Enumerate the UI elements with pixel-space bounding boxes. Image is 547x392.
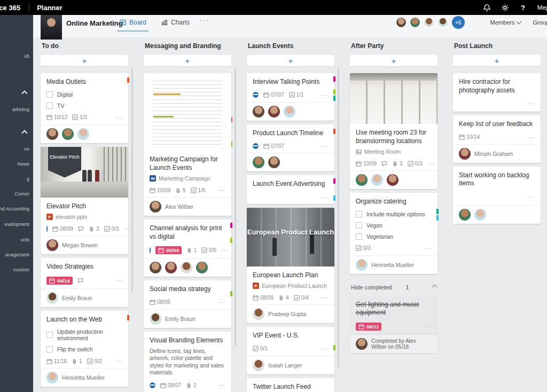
add-task-button[interactable]: + <box>41 55 128 66</box>
card-menu[interactable]: ··· <box>321 294 329 301</box>
task-card[interactable]: Organize catering Include multiple optio… <box>350 193 437 274</box>
checklist-item[interactable]: TV <box>46 103 122 109</box>
avatar[interactable] <box>150 313 161 325</box>
tab-board[interactable]: Board <box>120 19 146 26</box>
card-menu[interactable]: ··· <box>321 346 329 352</box>
checklist-item[interactable]: Vegan <box>356 222 432 229</box>
task-card[interactable]: VIP Event - U.S. 0/1 ··· Isaiah Langer <box>247 327 334 374</box>
checklist-item[interactable]: Flip the switch <box>46 346 122 352</box>
help-icon[interactable]: ? <box>514 0 532 15</box>
avatar[interactable] <box>253 156 264 168</box>
attachment[interactable]: PEuropean Product Launch <box>253 283 329 289</box>
nav-item-accounting[interactable]: nd Accounting <box>0 206 29 211</box>
task-card[interactable]: Hire contractor for photography assets ·… <box>453 73 541 112</box>
avatar[interactable] <box>253 106 264 117</box>
column-scrollbar[interactable] <box>131 68 133 293</box>
app-name[interactable]: Planner <box>37 4 62 12</box>
member-overflow-badge[interactable]: +6 <box>452 16 465 29</box>
card-menu[interactable]: ··· <box>424 245 432 252</box>
checklist-item[interactable]: Update production environment <box>46 328 122 341</box>
task-card[interactable]: Elevator Pitch Elevator Pitch Pelevator.… <box>41 147 128 255</box>
card-menu[interactable]: ··· <box>218 382 225 388</box>
nav-item-development[interactable]: evelopment <box>4 222 29 227</box>
chevron-up-icon[interactable] <box>21 130 27 136</box>
avatar[interactable] <box>77 128 89 140</box>
avatar[interactable] <box>46 128 58 140</box>
nav-item-discussion[interactable]: cussion <box>13 267 29 272</box>
bucket-name[interactable]: Launch Events <box>247 37 334 55</box>
checklist-item[interactable]: Include multiple options <box>356 211 432 217</box>
avatar[interactable] <box>459 209 471 221</box>
nav-item-management[interactable]: anagement <box>5 252 29 257</box>
checkbox[interactable] <box>46 346 53 352</box>
task-card[interactable]: Visual Branding Elements Define icons, t… <box>144 332 231 392</box>
avatar[interactable] <box>150 201 161 213</box>
task-card[interactable]: Marketing Campaign for Launch Events WMa… <box>144 73 231 216</box>
avatar[interactable] <box>46 239 58 251</box>
member-avatar[interactable] <box>437 17 449 28</box>
avatar[interactable] <box>284 106 295 117</box>
task-card[interactable]: Product Launch Timeline 07/07 ··· <box>247 124 334 172</box>
avatar[interactable] <box>268 156 280 168</box>
hide-completed-toggle[interactable]: Hide completed 1 <box>350 278 437 296</box>
checklist-item[interactable]: Vegetarian <box>356 233 432 240</box>
checkbox[interactable] <box>46 91 53 98</box>
members-dropdown[interactable]: Members <box>490 19 521 26</box>
completed-task-card[interactable]: Get lighting and music equipment 06/11 ·… <box>350 296 437 353</box>
bucket-name[interactable]: Post Launch <box>453 37 541 55</box>
task-card[interactable]: Social media strategy 08/05 ··· Emily Br… <box>144 280 231 328</box>
checklist-item[interactable]: Digital <box>46 91 122 98</box>
card-menu[interactable]: ··· <box>115 358 122 364</box>
attachment[interactable]: Pelevator.pptx <box>46 214 122 220</box>
task-card[interactable]: Launch Event Advertising ··· <box>247 175 334 204</box>
add-task-button[interactable]: + <box>350 55 437 66</box>
task-card[interactable]: Use meeting room 23 for brainstorming lo… <box>350 73 437 189</box>
card-menu[interactable]: ··· <box>115 277 122 284</box>
card-menu[interactable]: ··· <box>527 100 535 106</box>
task-card[interactable]: Launch on the Web Update production envi… <box>41 311 128 387</box>
avatar[interactable] <box>165 262 177 273</box>
card-menu[interactable]: ··· <box>321 143 329 149</box>
card-menu[interactable]: ··· <box>218 187 225 193</box>
nav-item-products[interactable]: ucts <box>20 237 29 242</box>
checkbox[interactable] <box>46 332 53 338</box>
add-task-button[interactable]: + <box>453 55 541 66</box>
nav-item-marketing[interactable]: arketing <box>12 107 29 112</box>
task-card[interactable]: European Product Launch European Launch … <box>247 208 334 324</box>
card-menu[interactable]: ··· <box>221 247 229 254</box>
avatar[interactable] <box>150 262 161 273</box>
nav-item-hub[interactable]: ub <box>24 53 29 59</box>
add-task-button[interactable]: + <box>144 55 231 66</box>
card-menu[interactable]: ··· <box>527 134 535 140</box>
nav-item-news[interactable]: News <box>17 161 29 167</box>
avatar[interactable] <box>253 359 264 371</box>
avatar[interactable] <box>387 174 398 186</box>
nav-item[interactable]: g <box>27 176 29 182</box>
avatar[interactable] <box>46 372 58 383</box>
member-avatar[interactable] <box>395 17 407 28</box>
checkbox[interactable] <box>46 103 53 109</box>
checkbox[interactable] <box>356 211 362 217</box>
avatar[interactable] <box>474 209 486 221</box>
avatar[interactable] <box>356 174 368 186</box>
member-avatar[interactable] <box>423 17 435 28</box>
member-avatar[interactable] <box>409 17 421 28</box>
card-menu[interactable]: ··· <box>321 194 329 200</box>
attachment[interactable]: WMarketing Campaign <box>150 175 225 182</box>
notifications-bell-icon[interactable] <box>478 0 496 15</box>
column-scrollbar[interactable] <box>235 68 236 346</box>
add-task-button[interactable]: + <box>247 55 334 66</box>
task-card[interactable]: Channel analysis for print vs digital 05… <box>144 219 231 277</box>
checkbox[interactable] <box>356 233 362 240</box>
avatar[interactable] <box>356 338 368 350</box>
task-card[interactable]: Video Strategies 04/14 ··· Emily Braun <box>41 258 128 307</box>
task-card[interactable]: Keep list of user feedback 10/14 ··· Mir… <box>453 115 541 163</box>
card-menu[interactable]: ··· <box>527 193 535 200</box>
avatar[interactable] <box>459 148 471 160</box>
task-card[interactable]: Twitter Launch Feed 03/31 ··· Emily Brau… <box>247 378 334 392</box>
avatar[interactable] <box>268 106 280 117</box>
card-menu[interactable]: ··· <box>427 160 435 167</box>
avatar[interactable] <box>46 292 58 304</box>
avatar[interactable] <box>253 308 264 320</box>
card-menu[interactable]: ··· <box>424 323 432 330</box>
